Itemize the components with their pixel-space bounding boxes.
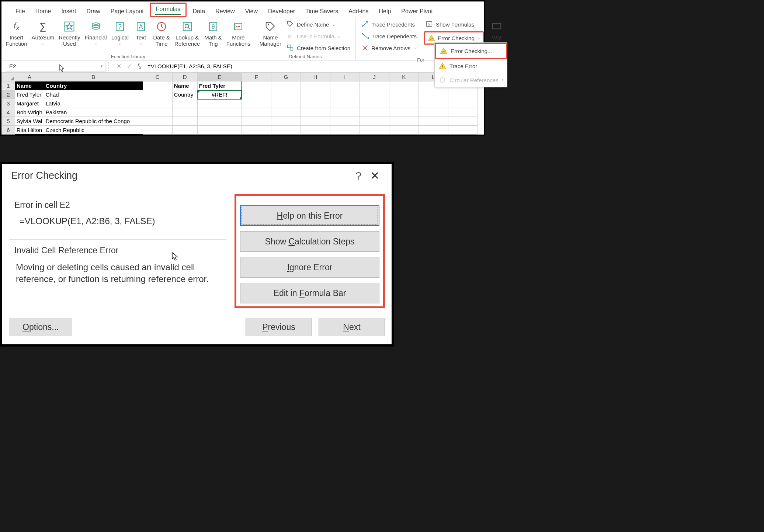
tab-power-pivot[interactable]: Power Pivot: [396, 5, 438, 17]
text-button[interactable]: A Text ⌄: [131, 19, 151, 46]
date-time-button[interactable]: Date & Time: [151, 19, 172, 47]
tab-data[interactable]: Data: [187, 5, 210, 17]
error-checking-icon: [427, 34, 435, 42]
col-header-F[interactable]: F: [242, 73, 271, 81]
col-header-I[interactable]: I: [330, 73, 360, 81]
svg-text:fx: fx: [427, 23, 430, 27]
name-box[interactable]: E2 ▾: [6, 61, 105, 72]
row-header-5[interactable]: 5: [2, 117, 15, 126]
clock-icon: [156, 21, 167, 32]
error-formula: =VLOOKUP(E1, A2:B6, 3, FALSE): [14, 216, 222, 226]
next-button[interactable]: Next: [319, 318, 385, 336]
cell-A6[interactable]: Rita Hilton: [15, 126, 44, 135]
name-manager-button[interactable]: Name Manager: [257, 19, 284, 47]
col-header-C[interactable]: C: [143, 73, 172, 81]
fx-button[interactable]: fx: [134, 62, 145, 70]
dependents-icon: [361, 32, 369, 40]
select-all-corner[interactable]: [2, 73, 15, 81]
spreadsheet-grid[interactable]: A B C D E F G H I J K L M 1 Name Country…: [1, 72, 484, 135]
cell-A2[interactable]: Fred Tyler: [15, 90, 44, 99]
math-trig-button[interactable]: θ Math & Trig: [202, 19, 224, 47]
row-header-1[interactable]: 1: [2, 81, 15, 90]
autosum-button[interactable]: ∑ AutoSum ⌄: [29, 19, 57, 46]
cell-B4[interactable]: Pakistan: [44, 108, 143, 117]
tab-page-layout[interactable]: Page Layout: [105, 5, 149, 17]
previous-button[interactable]: Previous: [246, 318, 312, 336]
col-header-D[interactable]: D: [172, 73, 197, 81]
cell-B6[interactable]: Czech Republic: [44, 126, 143, 135]
tab-file[interactable]: File: [10, 5, 30, 17]
cell-F1[interactable]: [242, 81, 271, 90]
fx-icon: fx: [14, 21, 19, 32]
formula-bar-gripper[interactable]: ⋮: [108, 62, 112, 71]
tab-help[interactable]: Help: [374, 5, 396, 17]
cell-E1[interactable]: Fred Tyler: [197, 81, 242, 90]
tab-draw[interactable]: Draw: [81, 5, 105, 17]
tab-review[interactable]: Review: [210, 5, 240, 17]
watch-window-button-partial[interactable]: Wat: [488, 19, 505, 41]
chevron-down-icon[interactable]: ▾: [101, 64, 103, 69]
col-header-G[interactable]: G: [271, 73, 301, 81]
create-from-selection-button[interactable]: Create from Selection: [285, 43, 352, 53]
cell-B2[interactable]: Chad: [44, 90, 143, 99]
ignore-error-button[interactable]: Ignore Error: [240, 257, 379, 278]
recently-used-button[interactable]: Recently Used: [56, 19, 82, 47]
dropdown-trace-error[interactable]: ! Trace Error: [435, 59, 507, 73]
cell-B1[interactable]: Country: [44, 81, 143, 90]
cell-C2[interactable]: [143, 90, 172, 99]
cell-B5[interactable]: Democratic Republic of the Congo: [44, 117, 143, 126]
cell-A1[interactable]: Name: [15, 81, 44, 90]
tab-developer[interactable]: Developer: [263, 5, 300, 17]
error-checking-icon: [440, 47, 448, 55]
cell-A5[interactable]: Sylvia Wal: [15, 117, 44, 126]
logical-button[interactable]: ? Logical ⌄: [109, 19, 131, 46]
lookup-reference-button[interactable]: Lookup & Reference: [172, 19, 202, 47]
star-icon: [64, 21, 75, 32]
tab-add-ins[interactable]: Add-ins: [343, 5, 374, 17]
dropdown-error-checking[interactable]: Error Checking...: [436, 44, 506, 58]
trace-precedents-button[interactable]: Trace Precedents: [360, 20, 418, 29]
tab-insert[interactable]: Insert: [56, 5, 81, 17]
help-on-error-button[interactable]: Help on this Error: [240, 205, 379, 226]
error-description: Moving or deleting cells caused an inval…: [14, 261, 222, 285]
trace-dependents-button[interactable]: Trace Dependents: [360, 31, 418, 41]
dialog-help-button[interactable]: ?: [350, 170, 367, 182]
formula-input[interactable]: =VLOOKUP(E1, A2:B6, 3, FALSE): [145, 63, 484, 69]
col-header-J[interactable]: J: [360, 73, 389, 81]
insert-function-button[interactable]: fx Insert Function: [4, 19, 29, 47]
row-header-6[interactable]: 6: [2, 126, 15, 135]
define-name-button[interactable]: Define Name⌄: [285, 20, 352, 29]
svg-point-21: [362, 33, 364, 35]
enter-formula-button: ✓: [124, 63, 134, 70]
more-functions-button[interactable]: More Functions: [224, 19, 253, 47]
cell-A3[interactable]: Margaret: [15, 99, 44, 108]
cell-B3[interactable]: Latvia: [44, 99, 143, 108]
group-formula-auditing: Trace Precedents Trace Dependents Remove…: [356, 17, 507, 60]
tab-time-savers[interactable]: Time Savers: [300, 5, 343, 17]
col-header-B[interactable]: B: [44, 73, 143, 81]
remove-arrows-button[interactable]: Remove Arrows⌄: [360, 43, 418, 53]
edit-in-formula-bar-button[interactable]: Edit in Formula Bar: [240, 283, 379, 303]
cell-E2-selected[interactable]: #REF!: [197, 90, 242, 99]
tab-formulas[interactable]: Formulas: [155, 5, 181, 15]
row-header-4[interactable]: 4: [2, 108, 15, 117]
col-header-A[interactable]: A: [15, 73, 44, 81]
col-header-H[interactable]: H: [301, 73, 330, 81]
col-header-K[interactable]: K: [389, 73, 419, 81]
tab-view[interactable]: View: [240, 5, 263, 17]
row-header-3[interactable]: 3: [2, 99, 15, 108]
financial-button[interactable]: Financial ⌄: [83, 19, 109, 46]
tab-home[interactable]: Home: [30, 5, 56, 17]
options-button[interactable]: Options...: [9, 318, 72, 336]
show-formulas-icon: fx: [426, 20, 434, 28]
row-header-2[interactable]: 2: [2, 90, 15, 99]
show-formulas-button[interactable]: fx Show Formulas: [424, 20, 484, 29]
cell-A4[interactable]: Bob Wrigh: [15, 108, 44, 117]
dialog-close-button[interactable]: ✕: [367, 169, 383, 182]
cell-C1[interactable]: [143, 81, 172, 90]
tag-small-icon: [286, 20, 295, 28]
cell-D1[interactable]: Name: [172, 81, 197, 90]
show-calculation-steps-button[interactable]: Show Calculation Steps: [240, 231, 379, 252]
col-header-E[interactable]: E: [197, 73, 242, 81]
cell-D2[interactable]: Country: [172, 90, 197, 99]
